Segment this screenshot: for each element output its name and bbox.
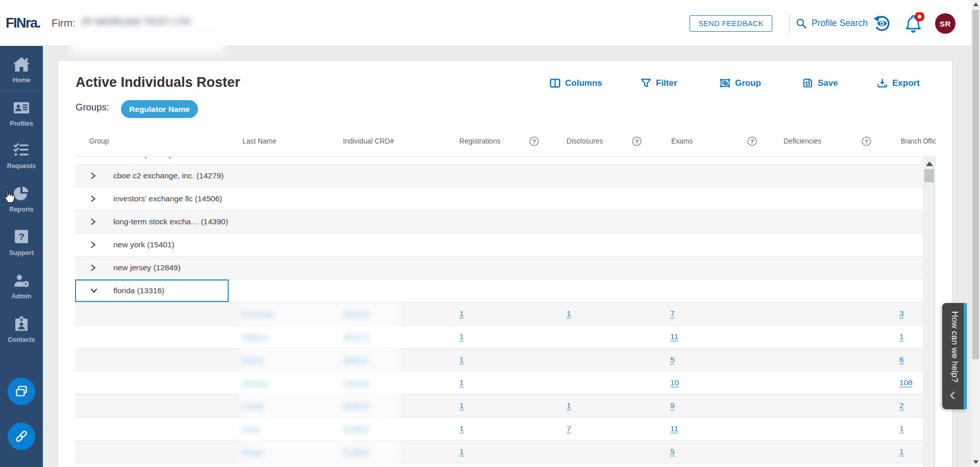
exams-link[interactable]: 11	[670, 332, 678, 341]
group-row[interactable]: cboe c2 exchange, inc. (14279)	[75, 165, 923, 188]
requests-icon	[13, 142, 30, 158]
sidebar-item-admin[interactable]: Admin	[0, 272, 43, 300]
sidebar-item-support[interactable]: ? Support	[0, 229, 43, 256]
col-header-registrations[interactable]: Registrations	[459, 136, 501, 145]
col-header-branch-office[interactable]: Branch Office	[901, 136, 936, 145]
columns-label: Columns	[565, 78, 602, 88]
col-header-exams[interactable]: Exams	[671, 136, 693, 145]
help-tab[interactable]: How can we help?	[942, 303, 967, 409]
table-scrollbar-up-arrow[interactable]	[926, 161, 933, 166]
user-avatar[interactable]: SR	[935, 13, 955, 34]
columns-button[interactable]: Columns	[550, 78, 602, 88]
page-scrollbar-down-arrow[interactable]	[973, 460, 978, 464]
sidebar-item-requests[interactable]: Requests	[0, 142, 43, 170]
multi-window-button[interactable]	[8, 378, 35, 405]
last-name-link[interactable]: Carter	[242, 401, 264, 410]
registrations-link[interactable]: 1	[459, 401, 464, 410]
recently-viewed-icon[interactable]	[872, 13, 892, 33]
registrations-link[interactable]: 1	[459, 309, 464, 318]
col-header-group[interactable]: Group	[89, 136, 109, 145]
page-scrollbar-up-arrow[interactable]	[973, 3, 978, 6]
registrations-link[interactable]: 1	[459, 355, 464, 364]
registrations-help-icon[interactable]: ?	[529, 136, 539, 146]
crd-link[interactable]: 613863	[343, 447, 370, 456]
exams-link[interactable]: 7	[670, 309, 675, 318]
notifications-bell[interactable]	[902, 12, 926, 37]
group-row-selected[interactable]: florida (13316)	[75, 279, 923, 302]
disclosures-link[interactable]: 1	[567, 401, 571, 410]
table-row: Kims 613862 1 7 11 1	[75, 417, 923, 440]
chevron-right-icon[interactable]	[90, 256, 99, 279]
table-scrollbar-track[interactable]	[923, 157, 936, 467]
col-header-disclosures[interactable]: Disclosures	[567, 136, 603, 145]
chevron-down-icon[interactable]	[90, 279, 99, 302]
group-row[interactable]: new jersey (12849)	[75, 256, 923, 279]
branch-offices-link[interactable]: 3	[899, 309, 904, 318]
branch-offices-link[interactable]: 6	[899, 355, 904, 364]
crd-link[interactable]: 482375	[343, 332, 370, 341]
group-row[interactable]: investors' exchange llc (14506)	[75, 188, 923, 211]
branch-offices-link[interactable]: 1	[899, 424, 904, 433]
finra-logo[interactable]: FINra.	[6, 15, 41, 31]
crd-link[interactable]: 348151	[343, 355, 370, 364]
disclosures-link[interactable]: 1	[567, 309, 571, 318]
exams-help-icon[interactable]: ?	[747, 136, 757, 146]
col-header-last-name[interactable]: Last Name	[242, 136, 277, 145]
last-name-link[interactable]: Meyer	[242, 447, 264, 456]
last-name-link[interactable]: Kims	[242, 424, 260, 433]
crd-link[interactable]: 469622	[343, 401, 370, 410]
crd-link[interactable]: 482313	[343, 309, 370, 318]
last-name-link[interactable]: Freeman	[242, 309, 274, 318]
svg-text:?: ?	[635, 138, 639, 145]
sidebar-item-home[interactable]: Home	[0, 56, 43, 84]
group-row[interactable]: long-term stock excha… (14390)	[75, 211, 923, 233]
table-scrollbar-thumb[interactable]	[924, 169, 934, 182]
link-icon	[14, 429, 29, 444]
crd-link[interactable]: 613862	[343, 424, 370, 433]
chevron-right-icon[interactable]	[90, 165, 99, 187]
page-scrollbar-thumb[interactable]	[972, 10, 979, 359]
save-label: Save	[818, 78, 838, 88]
branch-offices-link[interactable]: 108	[899, 378, 913, 387]
group-row-partial[interactable]: vermont (12851)	[75, 157, 923, 165]
registrations-link[interactable]: 1	[459, 447, 464, 456]
registrations-link[interactable]: 1	[459, 332, 464, 341]
last-name-link[interactable]: Walters	[242, 332, 269, 341]
sidebar-item-contacts[interactable]: Contacts	[0, 316, 43, 343]
exams-link[interactable]: 9	[670, 401, 675, 410]
filter-button[interactable]: Filter	[641, 78, 677, 88]
save-button[interactable]: Save	[802, 78, 838, 88]
crd-link[interactable]: 445246	[343, 378, 370, 387]
branch-offices-link[interactable]: 2	[899, 401, 904, 410]
exams-link[interactable]: 11	[670, 424, 678, 433]
branch-offices-link[interactable]: 1	[899, 447, 904, 456]
group-button[interactable]: Group	[720, 78, 761, 88]
exams-link[interactable]: 5	[670, 355, 675, 364]
disclosures-help-icon[interactable]: ?	[632, 136, 642, 146]
col-header-deficiencies[interactable]: Deficiencies	[783, 136, 821, 145]
deficiencies-help-icon[interactable]: ?	[862, 136, 871, 146]
export-button[interactable]: Export	[877, 78, 920, 88]
search-icon[interactable]	[795, 17, 807, 30]
group-chip-regulator-name[interactable]: Regulator Name	[121, 100, 198, 118]
chevron-right-icon[interactable]	[90, 233, 99, 256]
disclosures-link[interactable]: 7	[567, 424, 571, 433]
chevron-right-icon[interactable]	[90, 188, 99, 210]
branch-offices-link[interactable]: 1	[899, 332, 904, 341]
quick-links-button[interactable]	[8, 423, 35, 450]
registrations-link[interactable]: 1	[459, 424, 464, 433]
chevron-right-icon[interactable]	[90, 211, 99, 233]
send-feedback-button[interactable]: SEND FEEDBACK	[690, 15, 772, 32]
last-name-link[interactable]: Gomez	[242, 378, 268, 387]
profile-search-link[interactable]: Profile Search	[812, 18, 868, 29]
sidebar-item-profiles[interactable]: Profiles	[0, 100, 43, 127]
table-row: Carter 469622 1 1 9 2	[75, 394, 923, 417]
registrations-link[interactable]: 1	[459, 378, 464, 387]
exams-link[interactable]: 5	[670, 447, 675, 456]
chevron-left-icon[interactable]	[949, 391, 956, 400]
exams-link[interactable]: 10	[670, 378, 679, 387]
col-header-individual-crd[interactable]: Individual CRD#	[343, 136, 394, 145]
firm-label: Firm:	[52, 17, 76, 29]
group-row[interactable]: new york (15401)	[75, 233, 923, 256]
last-name-link[interactable]: Morse	[242, 355, 264, 364]
